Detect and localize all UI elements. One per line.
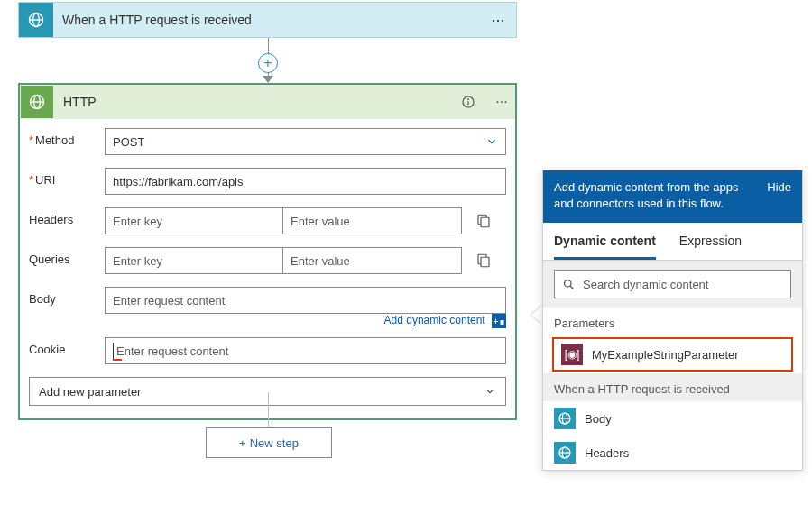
trigger-card[interactable]: When a HTTP request is received ··· [18,2,517,38]
hide-panel-link[interactable]: Hide [767,179,791,196]
http-action-title: HTTP [54,95,461,109]
headers-key-input[interactable]: Enter key [105,207,283,234]
add-dynamic-content-link[interactable]: Add dynamic content [384,314,485,326]
method-label: *Method [29,128,105,147]
cookie-input[interactable]: Enter request content [105,337,506,364]
text-caret [113,343,114,359]
add-step-button[interactable]: + [258,53,278,73]
headers-value-input[interactable]: Enter value [283,207,462,234]
http-trigger-icon [19,3,53,37]
add-dynamic-content-icon[interactable]: +∎ [492,314,506,328]
info-icon[interactable] [461,95,488,109]
svg-rect-8 [481,217,489,227]
headers-label: Headers [29,207,105,226]
arrow-icon [263,76,273,83]
connector-line [268,392,269,427]
queries-key-input[interactable]: Enter key [105,247,283,274]
http-trigger-icon [554,442,576,464]
chevron-down-icon [484,385,496,398]
chevron-down-icon [485,135,498,148]
svg-point-11 [565,280,572,287]
new-step-label: New step [250,436,299,450]
tab-expression[interactable]: Expression [679,223,742,260]
http-action-icon [21,86,53,118]
dyn-item-headers[interactable]: Headers [543,436,802,470]
add-new-parameter-label: Add new parameter [39,385,141,399]
plus-icon: + [239,436,246,450]
http-action-card: HTTP ··· *Method POST *URI https://fabri… [18,83,517,420]
new-step-button[interactable]: + New step [206,427,332,458]
tab-dynamic-content[interactable]: Dynamic content [554,223,656,260]
dynamic-content-header: Add dynamic content from the apps and co… [543,170,802,223]
dyn-item-label: MyExampleStringParameter [592,348,739,362]
dyn-item-body[interactable]: Body [543,401,802,436]
dyn-item-label: Body [585,412,612,426]
http-action-more-menu[interactable]: ··· [488,94,515,110]
headers-switch-mode-button[interactable] [471,208,496,234]
http-action-header[interactable]: HTTP ··· [20,85,515,119]
body-input[interactable]: Enter request content [105,287,506,314]
svg-line-12 [570,286,573,289]
section-trigger: When a HTTP request is received [543,373,802,401]
method-value: POST [113,135,144,149]
svg-rect-10 [481,257,489,267]
dynamic-content-search[interactable]: Search dynamic content [554,270,791,298]
method-select[interactable]: POST [105,128,506,155]
search-icon [562,278,576,291]
queries-label: Queries [29,247,105,266]
http-trigger-icon [554,408,576,429]
queries-switch-mode-button[interactable] [471,248,496,273]
body-label: Body [29,287,105,306]
dyn-item-label: Headers [585,446,629,460]
uri-label: *URI [29,168,105,187]
parameter-icon: [◉] [561,344,583,365]
trigger-title: When a HTTP request is received [53,13,480,27]
svg-point-6 [468,99,469,100]
panel-callout-arrow [531,306,542,324]
trigger-more-menu[interactable]: ··· [480,11,516,30]
queries-value-input[interactable]: Enter value [283,247,462,274]
dynamic-content-tabs: Dynamic content Expression [543,223,802,261]
spellcheck-underline [113,359,122,361]
uri-input[interactable]: https://fabrikam.com/apis [105,168,506,195]
section-parameters: Parameters [543,308,802,335]
dyn-item-parameter[interactable]: [◉] MyExampleStringParameter [552,337,793,372]
dynamic-content-panel: Add dynamic content from the apps and co… [542,170,803,471]
cookie-label: Cookie [29,337,105,356]
